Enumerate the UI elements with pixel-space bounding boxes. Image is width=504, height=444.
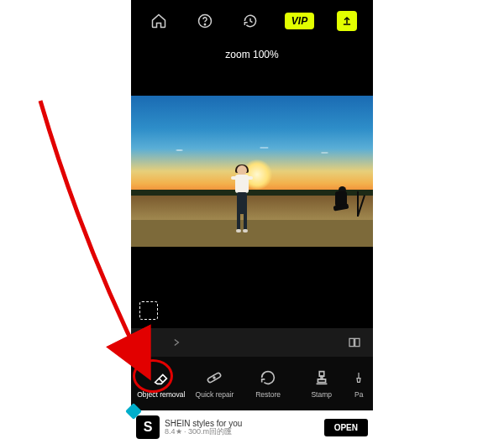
bandage-icon [205, 368, 223, 387]
restore-icon [259, 368, 277, 387]
selection-tool-icon[interactable] [139, 301, 158, 320]
export-button[interactable] [337, 11, 357, 31]
history-icon[interactable] [239, 9, 262, 33]
top-bar: VIP [131, 0, 373, 42]
ad-logo: S [136, 415, 160, 439]
ad-banner[interactable]: S SHEIN styles for you 8.4★ · 300.m回的匯 O… [131, 410, 373, 444]
eraser-icon [152, 368, 171, 387]
tool-label: Quick repair [196, 390, 234, 399]
ad-subtitle: 8.4★ · 300.m回的匯 [165, 428, 319, 436]
home-icon[interactable] [147, 9, 171, 33]
tool-object-removal[interactable]: Object removal [134, 368, 188, 399]
help-icon[interactable] [193, 9, 217, 33]
compare-icon[interactable] [346, 336, 363, 349]
subject-photographer [330, 186, 359, 220]
tool-quick-repair[interactable]: Quick repair [188, 368, 242, 399]
photo-canvas[interactable] [131, 96, 373, 247]
canvas-area[interactable] [131, 71, 373, 328]
ad-text: SHEIN styles for you 8.4★ · 300.m回的匯 [165, 419, 319, 436]
tool-stamp[interactable]: Stamp [295, 368, 349, 399]
svg-point-1 [204, 24, 205, 25]
brush-icon [349, 368, 368, 387]
subject-girl [233, 165, 251, 234]
tool-label: Stamp [311, 390, 332, 399]
ad-open-button[interactable]: OPEN [324, 419, 368, 436]
svg-rect-3 [355, 338, 360, 346]
zoom-label: zoom 100% [131, 42, 373, 71]
ad-title: SHEIN styles for you [165, 419, 319, 428]
vip-badge[interactable]: VIP [285, 13, 314, 29]
undo-icon[interactable] [141, 337, 156, 348]
redo-icon[interactable] [168, 337, 183, 348]
tool-more[interactable]: Pa [349, 368, 370, 399]
svg-point-5 [214, 377, 216, 379]
svg-rect-2 [349, 338, 354, 346]
stamp-icon [312, 368, 331, 387]
mid-bar [131, 328, 373, 357]
tool-label: Object removal [137, 390, 185, 399]
bottom-toolbar: Object removal Quick repair Restore Stam… [131, 357, 373, 410]
tool-label: Pa [354, 390, 363, 399]
app-screen: VIP zoom 100% [131, 0, 373, 444]
tool-restore[interactable]: Restore [241, 368, 295, 399]
tool-label: Restore [255, 390, 281, 399]
